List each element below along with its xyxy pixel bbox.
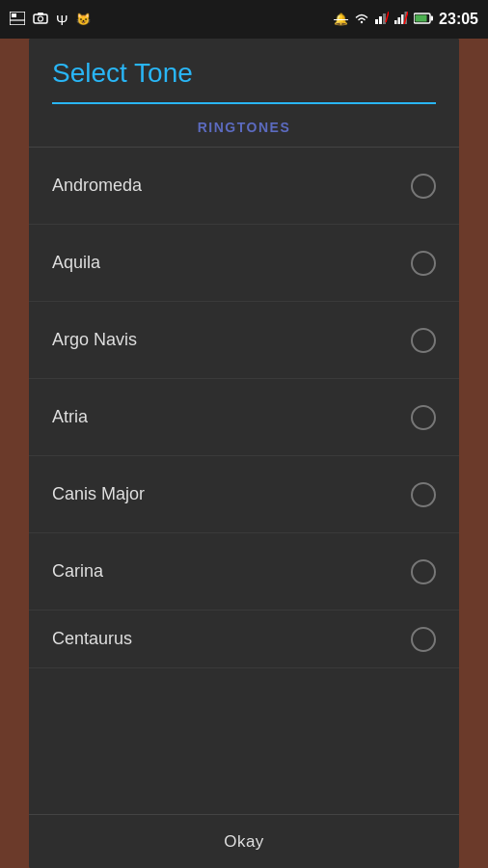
signal2-icon	[394, 12, 408, 27]
radio-button-andromeda[interactable]	[411, 174, 436, 199]
svg-point-6	[361, 21, 363, 23]
svg-rect-8	[379, 16, 382, 24]
svg-rect-9	[383, 14, 386, 24]
mute-icon: 🔔	[334, 13, 348, 26]
signal-icon	[375, 12, 389, 27]
dialog-title: Select Tone	[52, 58, 436, 102]
section-title: RINGTONES	[52, 120, 436, 135]
svg-rect-13	[401, 14, 404, 24]
status-bar: Ψ 😺 🔔 23:05	[0, 0, 488, 39]
list-item[interactable]: Carina	[29, 533, 459, 610]
svg-line-10	[386, 12, 389, 22]
list-item[interactable]: Centaurus	[29, 610, 459, 668]
item-label: Aquila	[52, 253, 100, 273]
status-bar-right-icons: 🔔 23:05	[334, 11, 478, 28]
svg-rect-1	[12, 14, 16, 17]
status-bar-left-icons: Ψ 😺	[10, 12, 91, 28]
radio-button-canis-major[interactable]	[411, 482, 436, 507]
wifi-icon	[354, 12, 369, 27]
radio-button-centaurus[interactable]	[411, 627, 436, 652]
list-item[interactable]: Argo Navis	[29, 302, 459, 379]
usb-icon: Ψ	[56, 12, 68, 28]
radio-button-argo-navis[interactable]	[411, 328, 436, 353]
camera-icon	[33, 12, 48, 27]
item-label: Atria	[52, 407, 88, 427]
list-item[interactable]: Aquila	[29, 225, 459, 302]
svg-rect-3	[34, 14, 47, 23]
svg-rect-11	[394, 20, 397, 24]
radio-button-atria[interactable]	[411, 405, 436, 430]
svg-point-4	[39, 16, 43, 21]
cat-icon: 😺	[76, 13, 91, 26]
gallery-icon	[10, 12, 25, 28]
svg-rect-12	[398, 17, 401, 24]
item-label: Andromeda	[52, 176, 142, 196]
item-label: Argo Navis	[52, 330, 137, 350]
ringtones-list: Andromeda Aquila Argo Navis Atria Canis …	[29, 148, 459, 814]
status-time: 23:05	[439, 11, 478, 28]
list-item[interactable]: Atria	[29, 379, 459, 456]
svg-rect-17	[431, 16, 434, 21]
item-label: Canis Major	[52, 484, 145, 504]
section-header: RINGTONES	[29, 104, 459, 147]
item-label: Carina	[52, 561, 103, 582]
svg-rect-18	[416, 15, 427, 22]
radio-button-carina[interactable]	[411, 559, 436, 584]
svg-rect-5	[38, 13, 43, 15]
radio-button-aquila[interactable]	[411, 251, 436, 276]
dialog-footer: Okay	[29, 814, 459, 868]
item-label: Centaurus	[52, 629, 132, 649]
svg-rect-7	[375, 19, 378, 24]
list-item[interactable]: Canis Major	[29, 456, 459, 533]
dialog-header: Select Tone	[29, 39, 459, 104]
battery-icon	[414, 12, 433, 27]
okay-button[interactable]: Okay	[201, 825, 287, 859]
list-item[interactable]: Andromeda	[29, 148, 459, 225]
select-tone-dialog: Select Tone RINGTONES Andromeda Aquila A…	[29, 39, 459, 868]
